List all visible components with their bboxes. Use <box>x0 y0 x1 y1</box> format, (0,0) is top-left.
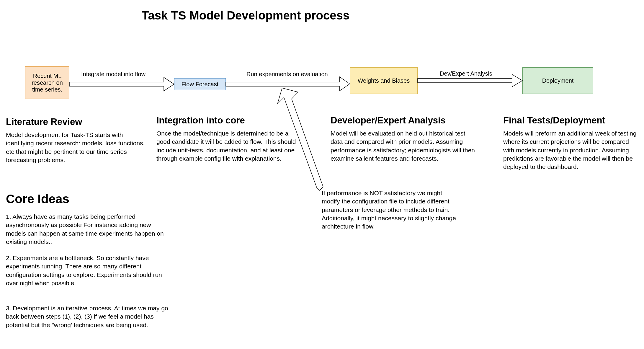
body-dev-analysis: Model will be evaluated on held out hist… <box>331 129 475 163</box>
heading-literature-review: Literature Review <box>6 117 82 127</box>
arrow-integrate-icon <box>69 77 174 91</box>
body-literature-review: Model development for Task-TS starts wit… <box>6 131 151 164</box>
body-final-deploy: Models will preform an additional week o… <box>503 129 639 171</box>
arrow-experiments-icon <box>226 77 350 91</box>
core-idea-3: 3. Development is an iterative process. … <box>6 304 171 329</box>
feedback-note: If performance is NOT satisfactory we mi… <box>322 189 460 231</box>
node-label: Flow Forecast <box>182 81 219 88</box>
arrows-layer <box>0 0 644 349</box>
node-recent-ml-research: Recent ML research on time series. <box>25 66 69 99</box>
node-label: Deployment <box>542 77 574 84</box>
node-deployment: Deployment <box>522 67 593 94</box>
heading-dev-analysis: Developer/Expert Analysis <box>331 115 446 126</box>
arrow-label-dev-analysis: Dev/Expert Analysis <box>440 70 492 77</box>
core-idea-1: 1. Always have as many tasks being perfo… <box>6 213 171 246</box>
heading-core-ideas: Core Ideas <box>6 192 69 206</box>
node-weights-and-biases: Weights and Biases <box>350 67 418 94</box>
diagram-canvas: Task TS Model Development process Recent… <box>0 0 644 349</box>
core-idea-2: 2. Experiments are a bottleneck. So cons… <box>6 254 171 287</box>
heading-integration: Integration into core <box>156 115 245 126</box>
node-flow-forecast: Flow Forecast <box>174 78 226 90</box>
diagram-title: Task TS Model Development process <box>142 9 349 22</box>
arrow-label-integrate: Integrate model into flow <box>81 71 146 78</box>
node-label: Recent ML research on time series. <box>27 73 67 93</box>
body-integration: Once the model/technique is determined t… <box>156 129 298 163</box>
arrow-label-experiments: Run experiments on evaluation <box>246 71 328 78</box>
node-label: Weights and Biases <box>358 77 410 84</box>
heading-final-deploy: Final Tests/Deployment <box>503 115 605 126</box>
